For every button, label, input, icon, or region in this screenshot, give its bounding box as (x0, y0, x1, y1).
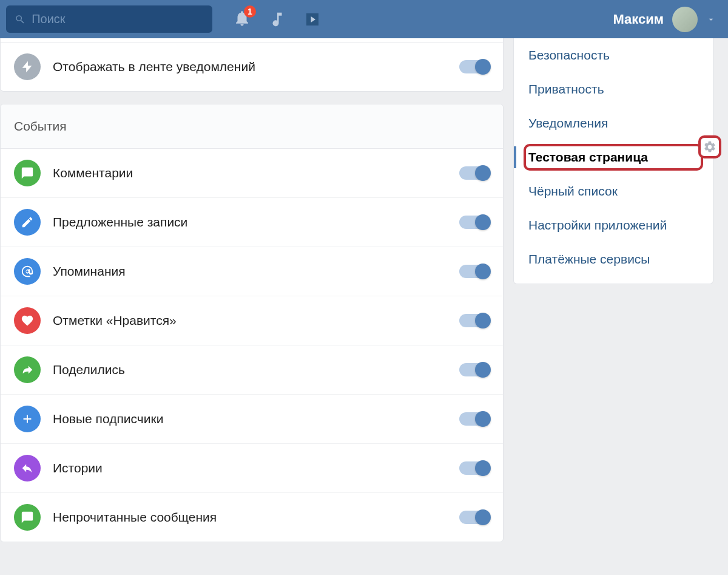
sidebar-item[interactable]: Приватность (514, 72, 713, 106)
event-row: Предложенные записи (1, 197, 503, 247)
notifications-button[interactable]: 1 (233, 9, 251, 30)
event-row: Непрочитанные сообщения (1, 492, 503, 542)
event-toggle[interactable] (459, 412, 490, 426)
sidebar-item-label: Платёжные сервисы (528, 252, 650, 267)
event-toggle[interactable] (459, 461, 490, 475)
bolt-icon (14, 53, 41, 80)
event-label: Непрочитанные сообщения (53, 510, 447, 525)
event-label: Новые подписчики (53, 412, 447, 426)
search-box (6, 5, 212, 33)
search-icon (15, 13, 25, 26)
event-label: Отметки «Нравится» (53, 313, 447, 328)
heart-icon (14, 307, 41, 334)
sidebar-item[interactable]: Безопасность (514, 38, 713, 72)
event-toggle[interactable] (459, 216, 490, 229)
event-label: Поделились (53, 362, 447, 377)
event-row: Отметки «Нравится» (1, 296, 503, 345)
event-toggle[interactable] (459, 314, 490, 327)
comment-icon (14, 504, 41, 531)
sidebar-item-label: Приватность (528, 82, 604, 97)
event-row: Новые подписчики (1, 394, 503, 443)
at-icon (14, 258, 41, 285)
card-feed-toggle: Отображать в ленте уведомлений (0, 38, 504, 92)
avatar[interactable] (672, 7, 698, 32)
pencil-icon (14, 209, 41, 236)
notifications-badge: 1 (244, 5, 256, 18)
music-icon[interactable] (268, 10, 286, 29)
card-events: События Комментарии Предложенные записи … (0, 104, 504, 542)
event-row: Упоминания (1, 247, 503, 296)
sidebar-item-label: Безопасность (528, 48, 610, 63)
event-label: Истории (53, 461, 447, 475)
share-icon (14, 356, 41, 383)
sidebar-item[interactable]: Чёрный список (514, 174, 713, 208)
sidebar-item-label: Уведомления (528, 116, 608, 131)
gear-callout[interactable] (698, 135, 721, 158)
sidebar-item[interactable]: Настройки приложений (514, 208, 713, 242)
search-input[interactable] (32, 12, 204, 26)
comment-icon (14, 160, 41, 186)
reply-icon (14, 455, 41, 481)
sidebar-item-label: Настройки приложений (528, 218, 667, 233)
event-label: Комментарии (53, 166, 447, 180)
event-label: Упоминания (53, 264, 447, 279)
event-row: Истории (1, 443, 503, 492)
app-header: 1 Максим (0, 0, 728, 38)
plus-icon (14, 406, 41, 432)
sidebar-item[interactable]: Уведомления (514, 106, 713, 140)
sidebar-item[interactable]: Платёжные сервисы (514, 242, 713, 276)
event-row: Комментарии (1, 149, 503, 197)
event-toggle[interactable] (459, 511, 490, 524)
settings-sidebar: БезопасностьПриватностьУведомленияТестов… (513, 38, 713, 284)
event-toggle[interactable] (459, 265, 490, 278)
chevron-down-icon[interactable] (706, 15, 716, 24)
sidebar-item-label: Тестовая страница (528, 150, 648, 165)
event-row: Поделились (1, 345, 503, 394)
event-toggle[interactable] (459, 166, 490, 180)
video-icon[interactable] (303, 10, 322, 29)
event-label: Предложенные записи (53, 215, 447, 230)
gear-icon (703, 140, 716, 154)
user-name[interactable]: Максим (613, 12, 664, 27)
sidebar-item-label: Чёрный список (528, 184, 618, 199)
feed-toggle[interactable] (459, 60, 490, 73)
feed-toggle-label: Отображать в ленте уведомлений (53, 60, 447, 74)
sidebar-item[interactable]: Тестовая страница (514, 140, 713, 174)
event-toggle[interactable] (459, 363, 490, 376)
events-title: События (1, 104, 503, 149)
